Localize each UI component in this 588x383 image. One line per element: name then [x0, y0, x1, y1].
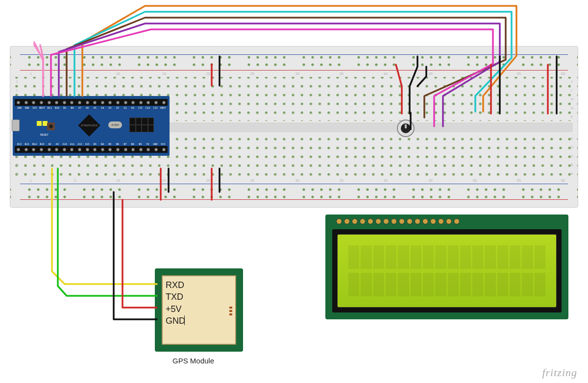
- svg-text:40: 40: [384, 72, 388, 75]
- svg-rect-19: [10, 186, 578, 193]
- stm32-top-pin-labels: GNDGND3V3NRSTB11B10B1B0A7A6A5A4A3A2A1A0C…: [16, 106, 167, 109]
- svg-text:35: 35: [340, 72, 343, 75]
- svg-text:A: A: [16, 172, 19, 175]
- stm32-bottom-pin-labels: B12B13B14B15A8A9A10A11A12A15B3B4B5B6B7B8…: [16, 143, 167, 145]
- svg-text:5: 5: [74, 72, 76, 75]
- gps-pin-gnd: GND: [166, 315, 185, 327]
- svg-text:E: E: [571, 137, 573, 140]
- svg-rect-17: [10, 160, 578, 169]
- svg-text:F: F: [571, 115, 573, 119]
- svg-text:50: 50: [473, 179, 477, 182]
- reset-label: RESET: [40, 133, 49, 136]
- svg-rect-10: [10, 86, 578, 95]
- reset-button: [47, 122, 55, 130]
- svg-text:I: I: [571, 89, 572, 92]
- programming-header: [129, 118, 154, 132]
- svg-rect-9: [10, 77, 578, 86]
- svg-text:1: 1: [30, 72, 32, 75]
- fritzing-diagram: /*placeholder*/: [0, 0, 588, 383]
- fritzing-watermark: fritzing: [542, 366, 577, 379]
- svg-text:A: A: [571, 172, 573, 175]
- gps-caption: GPS Module: [172, 357, 214, 365]
- gps-pin-labels: RXD TXD +5V GND: [166, 279, 185, 327]
- potentiometer-knob: [401, 123, 411, 133]
- stm32-top-pin-header: [15, 99, 168, 106]
- svg-text:5: 5: [74, 179, 76, 182]
- svg-text:60: 60: [561, 179, 565, 182]
- svg-text:20: 20: [206, 72, 210, 75]
- svg-rect-18: [10, 169, 578, 178]
- crystal-oscillator: 8.000: [108, 121, 122, 128]
- svg-text:J: J: [16, 80, 18, 83]
- svg-text:D: D: [571, 145, 573, 149]
- gps-pin-5v: +5V: [166, 303, 185, 315]
- svg-text:35: 35: [340, 179, 343, 182]
- lcd-screen: [337, 234, 557, 308]
- svg-text:50: 50: [473, 72, 477, 75]
- lcd-bezel: [332, 229, 562, 312]
- svg-text:1: 1: [30, 179, 32, 182]
- svg-text:30: 30: [295, 179, 299, 182]
- svg-text:25: 25: [250, 179, 254, 182]
- svg-text:55: 55: [517, 72, 521, 75]
- svg-text:H: H: [571, 97, 573, 101]
- svg-text:J: J: [571, 80, 573, 83]
- gps-status-leds: [229, 307, 232, 315]
- svg-text:C: C: [571, 154, 573, 158]
- lcd-16x2: [325, 215, 568, 319]
- lcd-row-2: [348, 273, 545, 296]
- svg-text:45: 45: [429, 179, 433, 182]
- lcd-pin-header: [335, 216, 461, 226]
- svg-text:45: 45: [429, 72, 433, 75]
- led-pair: [36, 120, 48, 128]
- svg-text:30: 30: [295, 72, 299, 75]
- svg-text:I: I: [16, 89, 17, 92]
- gps-pin-rxd: RXD: [166, 279, 185, 291]
- stm32-mcu-chip: STM32F103C6: [78, 114, 100, 136]
- svg-text:15: 15: [162, 179, 166, 182]
- stm32-bottom-pin-header: [15, 146, 168, 153]
- svg-rect-7: [10, 53, 578, 61]
- usb-port: [12, 120, 20, 131]
- svg-text:15: 15: [162, 72, 166, 75]
- svg-text:10: 10: [116, 179, 120, 182]
- svg-text:10: 10: [116, 72, 120, 75]
- svg-rect-8: [10, 61, 578, 69]
- gps-module: RXD TXD +5V GND: [155, 268, 243, 352]
- stm32-bluepill-board: GNDGND3V3NRSTB11B10B1B0A7A6A5A4A3A2A1A0C…: [13, 96, 170, 156]
- svg-text:20: 20: [206, 179, 210, 182]
- svg-text:60: 60: [561, 72, 565, 75]
- lcd-row-1: [348, 245, 545, 269]
- wire-black-gps: [114, 192, 157, 319]
- svg-text:40: 40: [384, 179, 388, 182]
- svg-text:B: B: [571, 163, 573, 167]
- svg-rect-20: [10, 193, 578, 201]
- gps-pin-txd: TXD: [166, 291, 185, 303]
- svg-text:25: 25: [250, 72, 254, 75]
- wire-red-gps: [122, 200, 157, 308]
- potentiometer: [397, 120, 415, 137]
- svg-text:55: 55: [517, 179, 521, 182]
- svg-text:G: G: [571, 106, 573, 110]
- svg-text:B: B: [16, 163, 19, 167]
